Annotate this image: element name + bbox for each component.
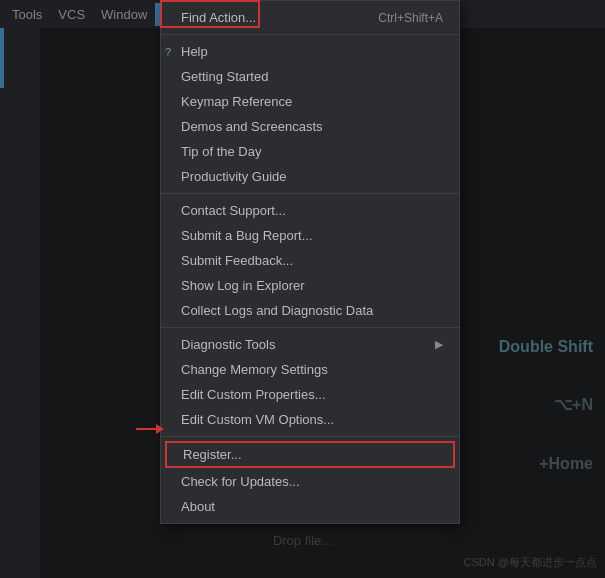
find-action-shortcut: Ctrl+Shift+A <box>378 11 443 25</box>
menu-productivity-guide[interactable]: Productivity Guide <box>161 164 459 189</box>
menu-show-log[interactable]: Show Log in Explorer <box>161 273 459 298</box>
menu-keymap-reference[interactable]: Keymap Reference <box>161 89 459 114</box>
register-arrow <box>136 424 164 434</box>
check-updates-label: Check for Updates... <box>181 474 300 489</box>
menu-collect-logs[interactable]: Collect Logs and Diagnostic Data <box>161 298 459 323</box>
menu-submit-bug[interactable]: Submit a Bug Report... <box>161 223 459 248</box>
menu-edit-custom-vm[interactable]: Edit Custom VM Options... <box>161 407 459 432</box>
help-question-icon: ? <box>165 46 171 58</box>
separator-2 <box>161 193 459 194</box>
menu-diagnostic-tools[interactable]: Diagnostic Tools ▶ <box>161 332 459 357</box>
productivity-guide-label: Productivity Guide <box>181 169 287 184</box>
getting-started-label: Getting Started <box>181 69 268 84</box>
menu-submit-feedback[interactable]: Submit Feedback... <box>161 248 459 273</box>
menu-edit-custom-props[interactable]: Edit Custom Properties... <box>161 382 459 407</box>
menu-contact-support[interactable]: Contact Support... <box>161 198 459 223</box>
menu-check-updates[interactable]: Check for Updates... <box>161 469 459 494</box>
edit-custom-vm-label: Edit Custom VM Options... <box>181 412 334 427</box>
menu-tip-of-day[interactable]: Tip of the Day <box>161 139 459 164</box>
about-label: About <box>181 499 215 514</box>
menu-change-memory[interactable]: Change Memory Settings <box>161 357 459 382</box>
menu-about[interactable]: About <box>161 494 459 519</box>
arrow-line <box>136 428 156 430</box>
change-memory-label: Change Memory Settings <box>181 362 328 377</box>
menu-help-item[interactable]: ? Help <box>161 39 459 64</box>
help-menu-highlight <box>160 0 260 28</box>
tip-of-day-label: Tip of the Day <box>181 144 261 159</box>
submit-bug-label: Submit a Bug Report... <box>181 228 313 243</box>
arrow-head <box>156 424 164 434</box>
separator-4 <box>161 436 459 437</box>
collect-logs-label: Collect Logs and Diagnostic Data <box>181 303 373 318</box>
menu-demos-screencasts[interactable]: Demos and Screencasts <box>161 114 459 139</box>
separator-3 <box>161 327 459 328</box>
help-item-label: Help <box>181 44 208 59</box>
separator-1 <box>161 34 459 35</box>
demos-screencasts-label: Demos and Screencasts <box>181 119 323 134</box>
diagnostic-tools-arrow: ▶ <box>435 338 443 351</box>
contact-support-label: Contact Support... <box>181 203 286 218</box>
help-dropdown-menu: Find Action... Ctrl+Shift+A ? Help Getti… <box>160 0 460 524</box>
submit-feedback-label: Submit Feedback... <box>181 253 293 268</box>
show-log-label: Show Log in Explorer <box>181 278 305 293</box>
menu-register[interactable]: Register... <box>165 441 455 468</box>
diagnostic-tools-label: Diagnostic Tools <box>181 337 275 352</box>
edit-custom-props-label: Edit Custom Properties... <box>181 387 326 402</box>
register-label: Register... <box>183 447 242 462</box>
keymap-reference-label: Keymap Reference <box>181 94 292 109</box>
menu-getting-started[interactable]: Getting Started <box>161 64 459 89</box>
